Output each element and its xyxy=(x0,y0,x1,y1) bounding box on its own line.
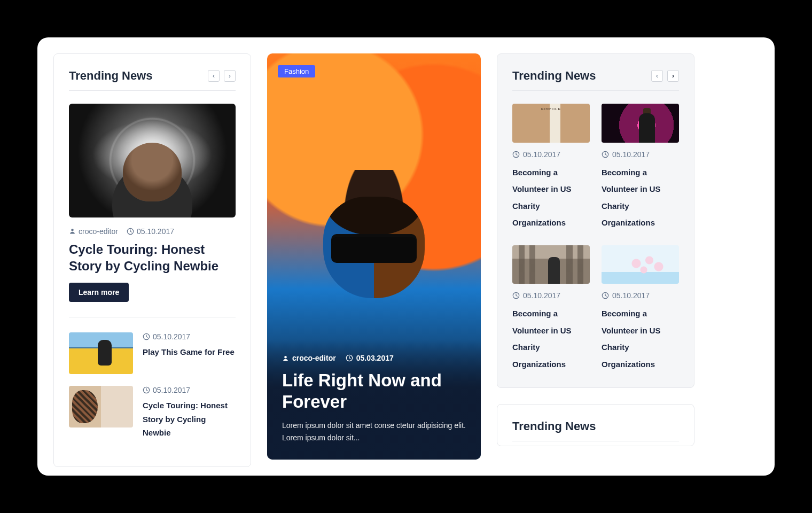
feature-meta: croco-editor 05.10.2017 xyxy=(69,227,236,236)
feature-image[interactable] xyxy=(69,104,236,217)
grid-thumb[interactable] xyxy=(602,104,679,143)
hero-date: 05.03.2017 xyxy=(346,354,394,362)
clock-icon xyxy=(602,151,609,158)
hero-card[interactable]: Fashion croco-editor 05.03.2017 Life Rig… xyxy=(267,53,481,460)
grid-thumb[interactable] xyxy=(602,245,679,284)
grid-date: 05.10.2017 xyxy=(523,291,560,300)
grid-date: 05.10.2017 xyxy=(523,150,560,159)
user-icon xyxy=(69,228,76,235)
date-meta: 05.10.2017 xyxy=(127,227,174,236)
nav-buttons: ‹ › xyxy=(208,70,236,82)
grid-meta: 05.10.2017 xyxy=(602,150,679,159)
date-value: 05.10.2017 xyxy=(137,227,174,236)
grid-title[interactable]: Becoming a Volunteer in US Charity Organ… xyxy=(512,164,590,231)
list-item-body: 05.10.2017 Play This Game for Free xyxy=(143,332,235,374)
grid-title[interactable]: Becoming a Volunteer in US Charity Organ… xyxy=(602,305,679,372)
grid-date: 05.10.2017 xyxy=(612,291,650,300)
grid-meta: 05.10.2017 xyxy=(512,150,590,159)
grid-item[interactable]: 05.10.2017 Becoming a Volunteer in US Ch… xyxy=(602,104,679,231)
trending-grid: 05.10.2017 Becoming a Volunteer in US Ch… xyxy=(512,104,679,372)
hero-image xyxy=(304,170,443,362)
grid-meta: 05.10.2017 xyxy=(512,291,590,300)
hero-author-name: croco-editor xyxy=(292,354,336,362)
prev-button[interactable]: ‹ xyxy=(651,70,663,82)
list-item-body: 05.10.2017 Cycle Touring: Honest Story b… xyxy=(143,386,236,440)
hero-column: Fashion croco-editor 05.03.2017 Life Rig… xyxy=(267,53,481,460)
hero-meta: croco-editor 05.03.2017 xyxy=(282,354,466,362)
clock-icon xyxy=(512,292,520,299)
list-item-date: 05.10.2017 xyxy=(153,332,190,341)
hero-author[interactable]: croco-editor xyxy=(282,354,336,362)
clock-icon xyxy=(127,228,134,235)
grid-item[interactable]: 05.10.2017 Becoming a Volunteer in US Ch… xyxy=(602,245,679,373)
grid-thumb[interactable] xyxy=(512,104,590,143)
grid-title[interactable]: Becoming a Volunteer in US Charity Organ… xyxy=(512,305,590,372)
author-meta[interactable]: croco-editor xyxy=(69,227,118,236)
list-item-title[interactable]: Play This Game for Free xyxy=(143,345,235,359)
next-button[interactable]: › xyxy=(224,70,236,82)
chevron-left-icon: ‹ xyxy=(656,72,658,80)
left-column: Trending News ‹ › croco-editor 05.10.201… xyxy=(53,53,251,460)
hero-excerpt: Lorem ipsum dolor sit amet conse ctetur … xyxy=(282,419,466,444)
grid-item[interactable]: 05.10.2017 Becoming a Volunteer in US Ch… xyxy=(512,104,590,231)
trending-card-left: Trending News ‹ › croco-editor 05.10.201… xyxy=(53,53,251,467)
list-item-meta: 05.10.2017 xyxy=(143,332,235,341)
grid-thumb[interactable] xyxy=(512,245,590,284)
author-name: croco-editor xyxy=(79,227,118,236)
card-title: Trending News xyxy=(512,419,596,433)
learn-more-button[interactable]: Learn more xyxy=(69,283,129,302)
card-header: Trending News ‹ › xyxy=(69,69,236,91)
chevron-right-icon: › xyxy=(672,72,674,80)
chevron-right-icon: › xyxy=(229,72,231,80)
card-title: Trending News xyxy=(512,69,596,83)
card-title: Trending News xyxy=(69,69,152,83)
prev-button[interactable]: ‹ xyxy=(208,70,220,82)
grid-title[interactable]: Becoming a Volunteer in US Charity Organ… xyxy=(602,164,679,231)
divider xyxy=(69,317,236,317)
clock-icon xyxy=(143,333,150,340)
card-header: Trending News xyxy=(512,419,679,441)
hero-title[interactable]: Life Right Now and Forever xyxy=(282,370,466,412)
trending-card-right-2: Trending News xyxy=(497,404,694,446)
list-item-thumb[interactable] xyxy=(69,332,133,374)
clock-icon xyxy=(512,151,520,158)
nav-buttons: ‹ › xyxy=(651,70,679,82)
chevron-left-icon: ‹ xyxy=(213,72,215,80)
clock-icon xyxy=(346,354,353,362)
hero-date-value: 05.03.2017 xyxy=(356,354,394,362)
grid-meta: 05.10.2017 xyxy=(602,291,679,300)
list-item[interactable]: 05.10.2017 Play This Game for Free xyxy=(69,332,236,374)
clock-icon xyxy=(602,292,609,299)
next-button[interactable]: › xyxy=(667,70,679,82)
category-badge[interactable]: Fashion xyxy=(278,65,315,77)
list-item[interactable]: 05.10.2017 Cycle Touring: Honest Story b… xyxy=(69,386,236,440)
hero-content: croco-editor 05.03.2017 Life Right Now a… xyxy=(267,340,481,460)
user-icon xyxy=(282,355,289,362)
list-item-thumb[interactable] xyxy=(69,386,133,428)
feature-title[interactable]: Cycle Touring: Honest Story by Cycling N… xyxy=(69,241,236,274)
list-item-meta: 05.10.2017 xyxy=(143,386,236,394)
trending-card-right: Trending News ‹ › 05.10.2017 Becoming a … xyxy=(497,53,694,388)
grid-item[interactable]: 05.10.2017 Becoming a Volunteer in US Ch… xyxy=(512,245,590,373)
grid-date: 05.10.2017 xyxy=(612,150,650,159)
clock-icon xyxy=(143,386,150,394)
list-item-date: 05.10.2017 xyxy=(153,386,190,394)
card-header: Trending News ‹ › xyxy=(512,69,679,91)
right-column: Trending News ‹ › 05.10.2017 Becoming a … xyxy=(497,53,694,460)
showcase-stage: Trending News ‹ › croco-editor 05.10.201… xyxy=(37,37,775,476)
list-item-title[interactable]: Cycle Touring: Honest Story by Cycling N… xyxy=(143,399,236,440)
